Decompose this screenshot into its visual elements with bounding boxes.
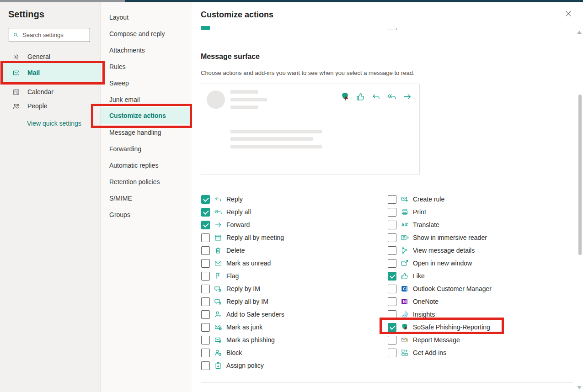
action-row-reply-all-by-meeting[interactable]: Reply all by meeting: [201, 231, 380, 244]
checkbox[interactable]: [201, 233, 210, 242]
checkbox[interactable]: [201, 208, 210, 217]
checkbox[interactable]: [388, 349, 396, 357]
subnav-item-customize-actions[interactable]: Customize actions: [101, 107, 190, 124]
action-row-report-message[interactable]: Report Message: [388, 334, 571, 346]
action-row-mark-as-unread[interactable]: Mark as unread: [201, 257, 380, 270]
subnav-item-rules[interactable]: Rules: [101, 58, 192, 75]
action-row-view-message-details[interactable]: View message details: [388, 244, 571, 257]
close-icon[interactable]: [565, 10, 574, 19]
checkbox[interactable]: [201, 272, 210, 281]
action-row-create-rule[interactable]: Create rule: [388, 193, 571, 206]
checkbox[interactable]: [201, 323, 210, 332]
forward-icon[interactable]: [402, 92, 412, 101]
checkbox[interactable]: [388, 272, 396, 281]
action-row-show-in-immersive-reader[interactable]: Show in immersive reader: [388, 231, 571, 244]
action-row-block[interactable]: Block: [201, 346, 380, 359]
subnav-item-sweep[interactable]: Sweep: [101, 75, 192, 91]
skeleton-line: [230, 98, 267, 101]
action-row-forward[interactable]: Forward: [201, 218, 380, 231]
checkbox[interactable]: [388, 323, 396, 332]
action-row-mark-as-phishing[interactable]: Mark as phishing: [201, 334, 380, 346]
action-label: Translate: [413, 221, 439, 228]
action-label: Reply: [226, 196, 243, 203]
action-row-like[interactable]: Like: [388, 270, 571, 282]
scroll-down-arrow-icon[interactable]: [577, 386, 582, 389]
action-row-open-in-new-window[interactable]: Open in new window: [388, 257, 571, 270]
checkbox[interactable]: [388, 208, 396, 217]
avatar: [207, 90, 225, 109]
subnav-item-compose-and-reply[interactable]: Compose and reply: [101, 26, 192, 42]
action-row-outlook-customer-manager[interactable]: Outlook Customer Manager: [388, 282, 571, 295]
subnav-item-groups[interactable]: Groups: [101, 207, 192, 223]
sidebar-item-label: General: [27, 53, 50, 60]
checkbox[interactable]: [388, 195, 396, 204]
action-row-add-to-safe-senders[interactable]: Add to Safe senders: [201, 308, 380, 321]
subnav-item-attachments[interactable]: Attachments: [101, 42, 192, 58]
subnav-item-retention-policies[interactable]: Retention policies: [101, 174, 192, 190]
skeleton-line: [230, 137, 313, 141]
scrollbar-thumb[interactable]: [578, 95, 582, 255]
reply-all-icon: [214, 208, 222, 216]
checkbox[interactable]: [201, 310, 210, 319]
checkbox[interactable]: [201, 336, 210, 344]
checkbox[interactable]: [388, 285, 396, 293]
checkbox[interactable]: [201, 297, 210, 306]
message-preview-card: [201, 84, 420, 175]
section-divider: [201, 382, 573, 383]
checkbox[interactable]: [388, 233, 396, 242]
checkbox[interactable]: [201, 195, 210, 204]
checkbox[interactable]: [388, 246, 396, 255]
checkbox[interactable]: [388, 310, 396, 319]
action-row-mark-as-junk[interactable]: Mark as junk: [201, 321, 380, 334]
translate-icon: [401, 221, 409, 229]
print-icon: [401, 208, 409, 216]
view-quick-settings-link[interactable]: View quick settings: [27, 120, 81, 127]
action-label: Delete: [226, 247, 245, 254]
subnav-item-automatic-replies[interactable]: Automatic replies: [101, 157, 192, 174]
scrollbar[interactable]: [576, 25, 583, 392]
checkbox[interactable]: [201, 349, 210, 357]
subnav-item-layout[interactable]: Layout: [101, 9, 192, 26]
action-row-translate[interactable]: Translate: [388, 218, 571, 231]
action-row-reply[interactable]: Reply: [201, 193, 380, 206]
checkbox[interactable]: [388, 221, 396, 229]
subnav-item-smime[interactable]: S/MIME: [101, 190, 192, 207]
checkbox[interactable]: [201, 259, 210, 268]
reply-icon[interactable]: [371, 92, 381, 101]
checkbox[interactable]: [201, 361, 210, 370]
action-row-reply-by-im[interactable]: Reply by IM: [201, 282, 380, 295]
mail-subnav: Layout Compose and reply Attachments Rul…: [100, 2, 192, 392]
subnav-item-junk-email[interactable]: Junk email: [101, 91, 192, 108]
checkbox[interactable]: [388, 297, 396, 306]
action-row-get-add-ins[interactable]: Get Add-ins: [388, 346, 571, 359]
action-row-reply-all-by-im[interactable]: Reply all by IM: [201, 295, 380, 308]
action-row-reply-all[interactable]: Reply all: [201, 206, 380, 218]
search-settings-box[interactable]: [9, 28, 90, 42]
checkbox[interactable]: [201, 221, 210, 229]
sidebar-item-mail[interactable]: Mail: [0, 63, 100, 83]
action-row-print[interactable]: Print: [388, 206, 571, 218]
scroll-up-arrow-icon[interactable]: [577, 31, 582, 34]
search-input[interactable]: [22, 32, 86, 38]
action-label: Show in immersive reader: [413, 234, 487, 241]
like-icon[interactable]: [356, 92, 365, 101]
clipped-checkbox-unchecked: [388, 28, 396, 30]
subnav-item-forwarding[interactable]: Forwarding: [101, 141, 192, 157]
checkbox[interactable]: [201, 285, 210, 293]
sidebar-item-people[interactable]: People: [0, 98, 100, 114]
reply-all-icon[interactable]: [387, 92, 396, 101]
action-row-onenote[interactable]: OneNote: [388, 295, 571, 308]
sosafe-icon[interactable]: [340, 92, 350, 101]
action-row-delete[interactable]: Delete: [201, 244, 380, 257]
action-row-flag[interactable]: Flag: [201, 270, 380, 282]
checkbox[interactable]: [201, 246, 210, 255]
checkbox[interactable]: [388, 259, 396, 268]
action-row-insights[interactable]: Insights: [388, 308, 571, 321]
rule-icon: [401, 195, 409, 203]
subnav-item-message-handling[interactable]: Message handling: [101, 124, 192, 141]
sidebar-item-label: Calendar: [27, 88, 53, 95]
onenote-icon: [401, 297, 409, 306]
action-row-assign-policy[interactable]: Assign policy: [201, 359, 380, 372]
checkbox[interactable]: [388, 336, 396, 344]
action-row-sosafe-phishing-reporting[interactable]: SoSafe Phishing-Reporting: [388, 321, 571, 334]
